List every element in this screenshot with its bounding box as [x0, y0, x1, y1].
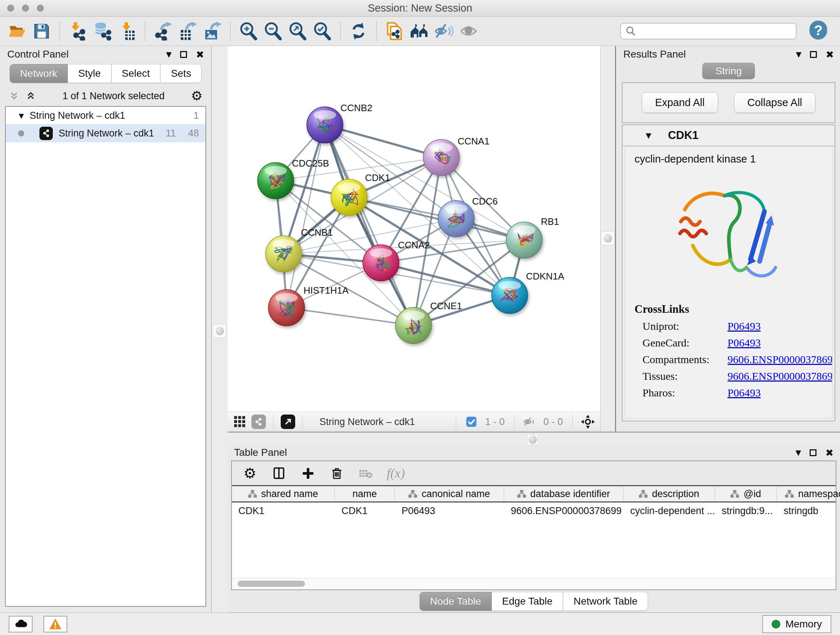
minimize-window-button[interactable]: [22, 5, 29, 11]
zoom-selected-button[interactable]: [311, 20, 333, 42]
gene-entry-header[interactable]: ▼ CDK1: [622, 125, 835, 146]
tab-network[interactable]: Network: [10, 64, 68, 83]
table-row[interactable]: CDK1 CDK1 P06493 9606.ENSP00000378699 cy…: [232, 502, 836, 519]
left-splitter[interactable]: [212, 46, 227, 613]
zoom-fit-button[interactable]: [286, 20, 309, 42]
zoom-window-button[interactable]: [37, 5, 44, 11]
zoom-in-button[interactable]: [237, 20, 260, 42]
grid-icon: [233, 415, 246, 428]
collapse-all-button[interactable]: Collapse All: [734, 92, 816, 113]
import-network-from-file-button[interactable]: [66, 20, 89, 42]
expand-all-button[interactable]: Expand All: [642, 92, 718, 113]
column-header-shared-name[interactable]: shared name: [232, 486, 335, 501]
column-header-name[interactable]: name: [335, 486, 395, 501]
network-row-selected[interactable]: String Network – cdk1 11 48: [6, 124, 205, 142]
string-document-button[interactable]: [384, 20, 406, 42]
string-home-button[interactable]: [408, 20, 431, 42]
network-collection-row[interactable]: ▼ String Network – cdk1 1: [6, 107, 205, 124]
show-glass-button[interactable]: [457, 20, 480, 42]
network-share-view-button[interactable]: [251, 415, 266, 429]
hidden-elements-button[interactable]: [522, 414, 538, 430]
crosslink-link[interactable]: 9606.ENSP00000378699: [728, 370, 832, 382]
function-builder-button[interactable]: f(x): [387, 466, 405, 481]
delete-table-button[interactable]: [358, 465, 374, 481]
horizontal-splitter[interactable]: [227, 432, 840, 445]
delete-column-button[interactable]: [329, 465, 345, 481]
float-panel-button[interactable]: [810, 51, 817, 58]
panel-menu-icon[interactable]: ▼: [796, 50, 801, 59]
main-content: Control Panel ▼ ✖ Network Style Select S…: [0, 46, 840, 613]
crosslink-link[interactable]: P06493: [728, 386, 761, 399]
table-settings-gear-icon[interactable]: ⚙: [242, 465, 258, 481]
save-session-button[interactable]: [30, 20, 53, 42]
refresh-button[interactable]: [347, 20, 370, 42]
panel-menu-icon[interactable]: ▼: [166, 50, 172, 59]
entry-collapse-icon[interactable]: ▼: [646, 131, 651, 140]
close-window-button[interactable]: [7, 5, 14, 11]
column-header-database-identifier[interactable]: database identifier: [504, 486, 624, 501]
column-header-namespace[interactable]: namespace: [777, 486, 840, 501]
control-panel-tabs: Network Style Select Sets: [0, 63, 211, 87]
float-panel-button[interactable]: [180, 51, 187, 58]
float-panel-button[interactable]: [810, 449, 816, 456]
horizontal-splitter-handle[interactable]: [527, 434, 538, 445]
tab-select[interactable]: Select: [111, 64, 161, 83]
node-label-RB1: RB1: [541, 216, 559, 227]
table-type-tabs: Node Table Edge Table Network Table: [227, 590, 840, 613]
help-button[interactable]: ?: [808, 20, 829, 43]
close-panel-button[interactable]: ✖: [826, 50, 834, 59]
import-network-from-database-button[interactable]: [91, 20, 114, 42]
column-header-description[interactable]: description: [624, 486, 715, 501]
create-column-button[interactable]: [300, 465, 316, 481]
crosslink-label: Compartments:: [643, 353, 728, 366]
scrollbar-thumb[interactable]: [238, 581, 305, 587]
column-header-id[interactable]: @id: [715, 486, 777, 501]
crosslink-link[interactable]: P06493: [728, 320, 761, 333]
pan-mode-button[interactable]: [580, 414, 596, 430]
right-splitter-handle[interactable]: [601, 231, 615, 245]
tab-edge-table[interactable]: Edge Table: [492, 592, 563, 611]
left-splitter-handle[interactable]: [213, 324, 226, 338]
tab-node-table[interactable]: Node Table: [420, 592, 492, 611]
warning-status-button[interactable]: [43, 616, 67, 632]
memory-button[interactable]: Memory: [762, 615, 831, 633]
export-network-button[interactable]: [152, 20, 174, 42]
tab-string[interactable]: String: [702, 63, 755, 79]
export-table-button[interactable]: [177, 20, 199, 42]
right-splitter[interactable]: [600, 46, 616, 432]
crosslink-link[interactable]: P06493: [728, 337, 761, 349]
selected-checkbox[interactable]: [463, 414, 479, 430]
plus-icon: [301, 466, 315, 480]
close-panel-button[interactable]: ✖: [196, 50, 204, 59]
crosslink-row: Compartments: 9606.ENSP00000378699: [643, 353, 823, 366]
birdseye-view-button[interactable]: [281, 415, 295, 429]
column-tree-icon: [730, 489, 739, 498]
string-document-icon: [385, 22, 404, 41]
export-image-button[interactable]: [201, 20, 224, 42]
share-icon: [254, 417, 263, 426]
import-table-from-file-button[interactable]: [116, 20, 138, 42]
hide-glass-button[interactable]: [433, 20, 455, 42]
grid-view-button[interactable]: [232, 414, 248, 430]
search-input[interactable]: [639, 26, 791, 37]
crosslink-link[interactable]: 9606.ENSP00000378699: [728, 353, 832, 366]
columns-icon: [272, 466, 286, 480]
column-header-canonical-name[interactable]: canonical name: [395, 486, 504, 501]
tab-style[interactable]: Style: [68, 64, 111, 83]
table-horizontal-scrollbar[interactable]: [232, 578, 836, 589]
show-columns-button[interactable]: [271, 465, 287, 481]
collapse-all-icon[interactable]: [9, 90, 19, 101]
tab-sets[interactable]: Sets: [160, 64, 202, 83]
network-options-gear-icon[interactable]: ⚙: [191, 89, 202, 103]
close-panel-button[interactable]: ✖: [825, 448, 834, 458]
network-canvas[interactable]: CCNB2CCNA1CDC25BCDK1CDC6RB1CCNB1CCNA2CDK…: [227, 46, 600, 412]
collection-expand-icon[interactable]: ▼: [19, 112, 24, 119]
crosslink-label: Uniprot:: [643, 320, 728, 333]
cloud-status-button[interactable]: [9, 616, 33, 632]
expand-all-icon[interactable]: [25, 90, 36, 101]
open-session-button[interactable]: [6, 20, 28, 42]
status-bar: Memory: [0, 613, 840, 635]
panel-menu-icon[interactable]: ▼: [796, 448, 801, 457]
tab-network-table[interactable]: Network Table: [563, 592, 648, 611]
zoom-out-button[interactable]: [262, 20, 284, 42]
